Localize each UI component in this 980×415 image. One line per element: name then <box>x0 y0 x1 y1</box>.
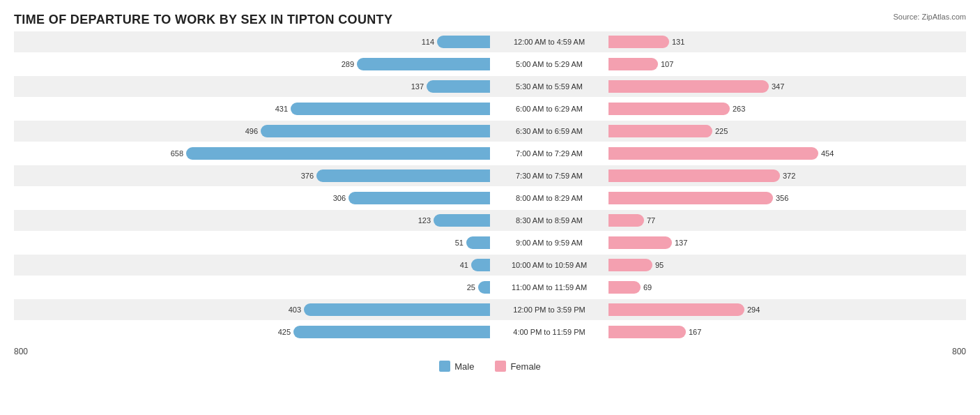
chart-title: TIME OF DEPARTURE TO WORK BY SEX IN TIPT… <box>14 13 966 27</box>
male-bar <box>293 326 490 338</box>
right-section: 263 <box>608 98 966 119</box>
left-section: 41 <box>14 255 490 276</box>
female-bar <box>608 36 669 48</box>
time-label: 12:00 PM to 3:59 PM <box>490 305 608 314</box>
right-section: 77 <box>608 210 966 231</box>
right-section: 294 <box>608 299 966 320</box>
time-label: 8:00 AM to 8:29 AM <box>490 194 608 202</box>
male-value: 658 <box>171 149 183 158</box>
chart-container: TIME OF DEPARTURE TO WORK BY SEX IN TIPT… <box>0 0 980 415</box>
female-bar <box>608 214 644 227</box>
female-value: 107 <box>661 60 673 68</box>
table-row: 137 5:30 AM to 5:59 AM 347 <box>14 76 966 97</box>
male-value: 137 <box>411 82 424 91</box>
left-section: 306 <box>14 188 490 209</box>
male-bar <box>434 214 490 227</box>
male-bar <box>478 281 490 294</box>
female-bar <box>608 103 730 115</box>
female-value: 69 <box>643 283 652 292</box>
male-value: 114 <box>422 38 434 46</box>
time-label: 5:30 AM to 5:59 AM <box>490 82 608 91</box>
time-label: 9:00 AM to 9:59 AM <box>490 239 608 247</box>
female-bar <box>608 192 773 204</box>
left-section: 658 <box>14 143 490 164</box>
table-row: 51 9:00 AM to 9:59 AM 137 <box>14 232 966 253</box>
table-row: 496 6:30 AM to 6:59 AM 225 <box>14 121 966 142</box>
table-row: 306 8:00 AM to 8:29 AM 356 <box>14 188 966 209</box>
male-value: 123 <box>418 216 431 225</box>
table-row: 658 7:00 AM to 7:29 AM 454 <box>14 143 966 164</box>
table-row: 41 10:00 AM to 10:59 AM 95 <box>14 255 966 276</box>
male-value: 289 <box>342 60 354 68</box>
time-label: 6:00 AM to 6:29 AM <box>490 105 608 113</box>
left-section: 289 <box>14 54 490 75</box>
female-bar <box>608 326 686 338</box>
source-text: Source: ZipAtlas.com <box>893 13 966 21</box>
legend-female: Female <box>495 361 540 372</box>
female-value: 77 <box>647 216 655 225</box>
left-section: 114 <box>14 31 490 52</box>
female-value: 372 <box>783 172 795 180</box>
right-section: 454 <box>608 143 966 164</box>
right-section: 107 <box>608 54 966 75</box>
male-bar <box>291 103 490 115</box>
time-label: 7:30 AM to 7:59 AM <box>490 172 608 180</box>
female-value: 225 <box>715 127 728 135</box>
female-bar <box>608 259 652 271</box>
male-bar <box>427 80 490 93</box>
left-section: 496 <box>14 121 490 142</box>
male-bar <box>349 192 490 204</box>
left-section: 431 <box>14 98 490 119</box>
chart-area: 114 12:00 AM to 4:59 AM 131 289 5:00 AM … <box>14 31 966 342</box>
male-bar <box>437 36 490 48</box>
male-value: 376 <box>301 172 314 180</box>
male-bar <box>466 236 490 249</box>
male-bar <box>357 58 490 70</box>
female-value: 294 <box>747 305 760 314</box>
left-section: 376 <box>14 165 490 186</box>
right-section: 225 <box>608 121 966 142</box>
male-value: 431 <box>275 105 288 113</box>
female-value: 263 <box>733 105 745 113</box>
right-section: 372 <box>608 165 966 186</box>
female-bar <box>608 303 744 316</box>
male-value: 306 <box>333 194 346 202</box>
right-section: 167 <box>608 322 966 342</box>
left-section: 123 <box>14 210 490 231</box>
female-value: 356 <box>776 194 788 202</box>
axis-row: 800 800 <box>14 344 966 358</box>
time-label: 10:00 AM to 10:59 AM <box>490 261 608 269</box>
time-label: 4:00 PM to 11:59 PM <box>490 328 608 336</box>
male-bar <box>261 125 490 137</box>
female-bar <box>608 125 712 137</box>
table-row: 376 7:30 AM to 7:59 AM 372 <box>14 165 966 186</box>
legend-male-box <box>439 361 450 372</box>
female-bar <box>608 169 780 182</box>
male-value: 425 <box>278 328 291 336</box>
table-row: 403 12:00 PM to 3:59 PM 294 <box>14 299 966 320</box>
male-bar <box>316 169 490 182</box>
legend: Male Female <box>14 361 966 372</box>
time-label: 5:00 AM to 5:29 AM <box>490 60 608 68</box>
female-value: 454 <box>821 149 834 158</box>
female-value: 347 <box>772 82 784 91</box>
left-section: 137 <box>14 76 490 97</box>
male-bar <box>304 303 490 316</box>
male-value: 51 <box>455 239 464 247</box>
female-bar <box>608 236 672 249</box>
table-row: 425 4:00 PM to 11:59 PM 167 <box>14 322 966 342</box>
female-value: 131 <box>672 38 684 46</box>
axis-right: 800 <box>952 347 966 356</box>
right-section: 356 <box>608 188 966 209</box>
legend-female-label: Female <box>510 361 540 372</box>
male-value: 496 <box>245 127 258 135</box>
right-section: 347 <box>608 76 966 97</box>
legend-female-box <box>495 361 506 372</box>
right-section: 131 <box>608 31 966 52</box>
right-section: 69 <box>608 277 966 298</box>
right-section: 137 <box>608 232 966 253</box>
left-section: 403 <box>14 299 490 320</box>
left-section: 25 <box>14 277 490 298</box>
male-bar <box>471 259 490 271</box>
female-bar <box>608 80 769 93</box>
